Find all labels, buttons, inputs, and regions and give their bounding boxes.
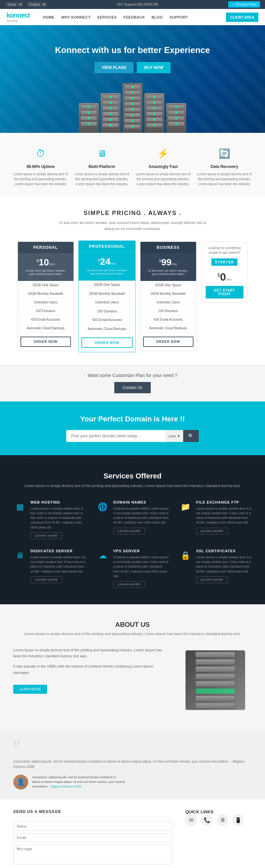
author-link[interactable]: Magnus Eriksson-2008 — [51, 785, 81, 788]
vps-icon: ☁ — [96, 549, 109, 562]
domain-extension: .com ▼ — [165, 430, 183, 442]
order-professional-button[interactable]: ORDER NOW — [81, 338, 133, 348]
plan-business-desc: Ut wisi enim ad minim veniam, quis nostr… — [143, 268, 194, 277]
plan-business-order: ORDER NOW — [140, 333, 196, 351]
server-2 — [101, 93, 121, 133]
fast-icon: ⚡ — [156, 146, 171, 161]
server-unit — [80, 110, 97, 115]
ftp-learn-more[interactable]: LEARN MORE — [196, 528, 228, 534]
quick-icons: ✉ 📞 🖥 📱 — [186, 814, 252, 826]
email-input[interactable] — [13, 833, 172, 842]
nav-why[interactable]: WHY KONNECT — [58, 13, 94, 21]
view-plans-button[interactable]: VIEW PLANS — [94, 62, 134, 73]
nav-blog[interactable]: BLOG — [148, 13, 166, 21]
web-hosting-learn-more[interactable]: LEARN MORE — [31, 532, 62, 539]
server-unit — [146, 117, 163, 122]
contact-us-button[interactable]: Contact Us — [114, 382, 151, 393]
starter-label: STARTER — [211, 258, 237, 266]
service-vps-title: VPS SERVER — [113, 549, 169, 553]
server-unit — [168, 116, 185, 121]
phone-icon[interactable]: 📞 — [201, 814, 213, 826]
location-dropdown[interactable]: Dubai — [5, 2, 23, 7]
about-learn-more-button[interactable]: LEARN MORE — [13, 685, 47, 694]
starter-looking: Looking for something simple to get star… — [206, 246, 243, 255]
nav-home[interactable]: HOME — [40, 13, 58, 21]
server-unit — [102, 112, 119, 116]
service-dedicated-title: DEDICATED SERVER — [31, 549, 86, 553]
nav-support[interactable]: SUPPORT — [166, 13, 192, 21]
testimonial-author: 👤 consectetur adipiscing elit, sed do ei… — [13, 775, 252, 789]
feature-fast-title: Amazingly Fast — [136, 164, 191, 169]
about-subtitle: Lorem Ipsum is simply dummy text of the … — [13, 631, 252, 637]
about-text-2: It was popular in the 1960s with the rel… — [13, 663, 169, 676]
rack-unit — [195, 681, 235, 687]
feature-fast-desc: Lorem ipsum is simply dummy text of the … — [136, 172, 191, 187]
server-unit — [124, 119, 141, 123]
client-area-button[interactable]: CLIENT AREA — [226, 12, 258, 22]
server-unit — [102, 100, 119, 105]
nav-feedback[interactable]: FEEDBACK — [120, 13, 148, 21]
server-unit — [146, 106, 163, 111]
feature-item: Unlimited Users — [140, 298, 196, 307]
checkout-button[interactable]: ✓ Checkout Now — [228, 1, 260, 8]
author-info: consectetur adipiscing elit, sed do eius… — [32, 775, 125, 789]
feature-item: Automatic Cloud Backups — [78, 325, 135, 334]
vps-learn-more[interactable]: LEARN MORE — [113, 581, 145, 588]
name-input[interactable] — [13, 822, 172, 831]
message-input[interactable] — [13, 844, 172, 864]
dedicated-learn-more[interactable]: LEARN MORE — [31, 577, 62, 583]
monitor-icon[interactable]: 🖥 — [217, 814, 228, 826]
service-ftp: 📁 FILE EXCHANGE FTP Lorem Ipsum is simpl… — [179, 500, 252, 539]
service-domain-names-title: DOMAIN NAMES — [113, 500, 169, 504]
ssl-learn-more[interactable]: LEARN MORE — [196, 577, 228, 583]
about-image — [179, 647, 252, 713]
feature-recovery-desc: Lorem ipsum is simply dummy text of the … — [197, 172, 252, 187]
feature-item: 20GB Disk Space — [18, 281, 73, 289]
server-unit — [124, 113, 141, 118]
server-unit — [124, 85, 141, 89]
quick-links: QUICK LINKS ✉ 📞 🖥 📱 — [186, 809, 252, 868]
server-unit — [80, 122, 97, 126]
feature-item: 430 Email Accounts — [18, 315, 73, 324]
feature-item: 100 Domains — [18, 307, 73, 315]
about-title: ABOUT US — [13, 621, 252, 628]
plan-professional-features: 20GB Disk Space 20GB Monthly Bandwith Un… — [78, 281, 135, 333]
feature-item: 430 Email Accounts — [78, 316, 135, 325]
server-5 — [166, 103, 186, 133]
email-icon[interactable]: ✉ — [186, 814, 197, 826]
pricing-subtitle: Ut wisi enim ad minim veniam, quis nostr… — [58, 220, 207, 231]
plan-business-features: 20GB Disk Space 20GB Monthly Bandwith Un… — [140, 281, 196, 333]
rack-unit — [195, 666, 235, 672]
pricing-title: SIMPLE PRICING . ALWAYS . — [10, 210, 255, 217]
domain-input[interactable] — [66, 430, 165, 442]
top-bar: Dubai English 24/7 Support 020-23416796 … — [0, 0, 265, 9]
domain-search-button[interactable]: 🔍 — [183, 430, 199, 442]
service-vps-content: VPS SERVER Contrary to popular belief, L… — [113, 549, 169, 588]
order-personal-button[interactable]: ORDER NOW — [21, 337, 71, 347]
feature-item: 20GB Disk Space — [140, 281, 196, 289]
service-web-hosting-title: WEB HOSTING — [31, 500, 86, 504]
plan-professional-desc: Ut wisi enim ad minim veniam, quis nostr… — [81, 267, 133, 277]
order-business-button[interactable]: ORDER NOW — [143, 337, 194, 347]
mobile-icon[interactable]: 📱 — [232, 814, 244, 826]
domain-names-learn-more[interactable]: LEARN MORE — [113, 528, 145, 534]
domain-names-icon: 🌐 — [96, 500, 109, 514]
feature-recovery-title: Data Recovery — [197, 164, 252, 169]
service-ssl-desc: Lorem Ipsum is simply random text. It is… — [196, 555, 252, 574]
language-dropdown[interactable]: English — [27, 2, 47, 7]
server-1 — [79, 103, 99, 133]
nav-services[interactable]: SERVICES — [94, 13, 120, 21]
hero-servers — [7, 83, 258, 133]
pricing-section: SIMPLE PRICING . ALWAYS . Ut wisi enim a… — [0, 196, 265, 365]
feature-uptime-desc: Lorem ipsum is simply dummy text of the … — [13, 172, 68, 187]
contact-form: SEND NOW — [13, 822, 172, 868]
logo: konnect hosting — [7, 11, 30, 23]
server-unit — [168, 122, 185, 126]
web-hosting-icon: ▦ — [13, 500, 27, 514]
server-unit — [168, 105, 185, 109]
service-ssl-title: SSL CERTIFICATES — [196, 549, 252, 553]
navbar: konnect hosting HOME WHY KONNECT SERVICE… — [0, 9, 265, 25]
get-start-button[interactable]: GET START TODAY — [206, 286, 243, 299]
feature-fast: ⚡ Amazingly Fast Lorem ipsum is simply d… — [136, 146, 191, 187]
buy-now-button[interactable]: BUY NOW — [137, 62, 171, 73]
